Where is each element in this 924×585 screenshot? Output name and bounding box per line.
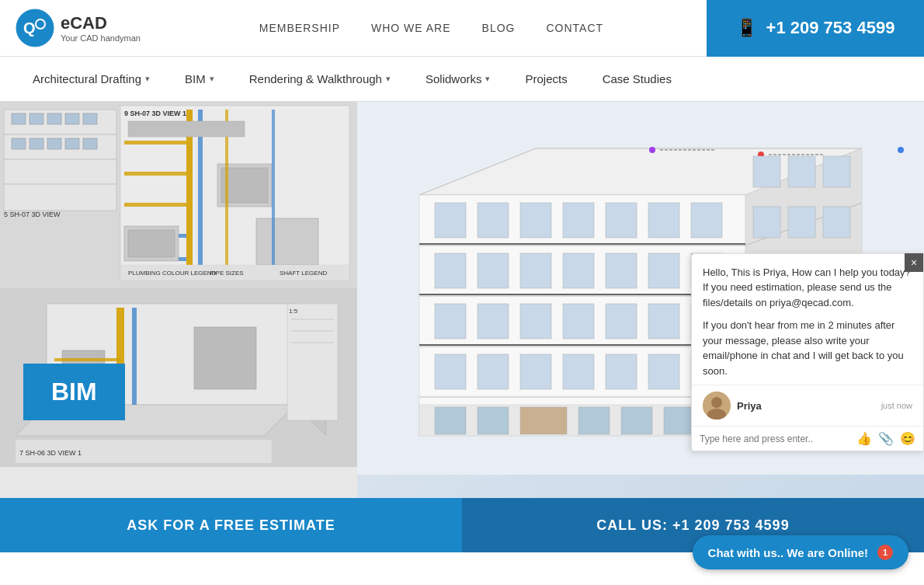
bim-drawing-top: PLUMBING COLOUR LEGEND PIPE SIZES SHAFT … [0, 102, 357, 288]
chevron-down-icon: ▾ [386, 74, 391, 84]
svg-text:1:5: 1:5 [289, 308, 298, 315]
chat-with-us-label: Chat with us.. We are Online! [708, 546, 868, 553]
svg-rect-21 [124, 141, 186, 145]
svg-rect-85 [520, 304, 551, 339]
svg-rect-93 [563, 354, 594, 389]
svg-rect-76 [435, 253, 466, 288]
svg-rect-75 [691, 203, 722, 238]
svg-rect-102 [621, 407, 652, 434]
svg-rect-80 [606, 253, 637, 288]
svg-text:PIPE SIZES: PIPE SIZES [210, 270, 244, 277]
sub-nav-architectural-drafting[interactable]: Architectural Drafting ▾ [16, 57, 168, 102]
svg-rect-17 [83, 138, 97, 149]
main-content: PLUMBING COLOUR LEGEND PIPE SIZES SHAFT … [0, 102, 924, 498]
svg-rect-72 [563, 203, 594, 238]
chat-user-row: Priya just now [692, 385, 923, 426]
svg-rect-15 [47, 138, 61, 149]
nav-blog[interactable]: BLOG [482, 22, 516, 34]
svg-rect-91 [478, 354, 509, 389]
chat-icons: 👍 📎 😊 [856, 431, 915, 446]
chat-close-button[interactable]: × [905, 253, 923, 272]
svg-rect-84 [478, 304, 509, 339]
header-phone[interactable]: 📱 +1 209 753 4599 [707, 0, 924, 57]
emoji-icon[interactable]: 😊 [900, 431, 915, 446]
svg-rect-73 [606, 203, 637, 238]
svg-rect-13 [12, 138, 26, 149]
svg-rect-117 [753, 207, 780, 238]
svg-rect-4 [4, 110, 116, 211]
svg-rect-94 [606, 354, 637, 389]
svg-text:9  SH-07 3D VIEW 1: 9 SH-07 3D VIEW 1 [124, 110, 186, 117]
sub-nav-solidworks[interactable]: Solidworks ▾ [408, 57, 509, 102]
svg-rect-27 [128, 230, 175, 257]
svg-rect-95 [648, 354, 679, 389]
svg-rect-99 [478, 407, 509, 434]
svg-rect-92 [520, 354, 551, 389]
svg-rect-114 [753, 156, 780, 187]
chat-time: just now [881, 401, 912, 410]
svg-rect-70 [478, 203, 509, 238]
chevron-down-icon: ▾ [485, 74, 490, 84]
svg-rect-14 [30, 138, 43, 149]
notification-badge: 1 [877, 545, 893, 552]
svg-text:SHAFT LEGEND: SHAFT LEGEND [280, 270, 327, 277]
chat-user-info: Priya [737, 400, 875, 412]
svg-rect-22 [124, 172, 186, 176]
svg-rect-78 [520, 253, 551, 288]
right-panel: × Hello, This is Priya, How can I help y… [357, 102, 924, 498]
chevron-down-icon: ▾ [145, 74, 150, 84]
nav-membership[interactable]: MEMBERSHIP [259, 22, 340, 34]
logo-icon: Q [16, 9, 54, 47]
attachment-icon[interactable]: 📎 [878, 431, 894, 446]
logo-title: eCAD [61, 13, 141, 33]
svg-rect-23 [124, 203, 186, 207]
svg-rect-12 [83, 113, 97, 124]
left-panel: PLUMBING COLOUR LEGEND PIPE SIZES SHAFT … [0, 102, 357, 498]
svg-rect-98 [435, 407, 466, 434]
header: Q eCAD Your CAD handyman MEMBERSHIP WHO … [0, 0, 924, 57]
svg-rect-33 [128, 121, 245, 137]
svg-rect-9 [30, 113, 43, 124]
svg-rect-74 [648, 203, 679, 238]
svg-rect-86 [563, 304, 594, 339]
svg-rect-10 [47, 113, 61, 124]
sub-nav-rendering[interactable]: Rendering & Walkthrough ▾ [232, 57, 408, 102]
svg-rect-100 [520, 407, 567, 434]
svg-point-110 [898, 147, 904, 153]
svg-rect-8 [12, 113, 26, 124]
chat-input-row: 👍 📎 😊 [692, 426, 923, 451]
svg-rect-115 [788, 156, 815, 187]
svg-rect-81 [648, 253, 679, 288]
chat-widget: × Hello, This is Priya, How can I help y… [691, 253, 924, 452]
svg-rect-103 [664, 407, 695, 434]
svg-rect-77 [478, 253, 509, 288]
svg-rect-48 [54, 358, 120, 361]
thumbs-up-icon[interactable]: 👍 [856, 431, 872, 446]
sub-nav-case-studies[interactable]: Case Studies [585, 57, 690, 102]
svg-rect-30 [256, 218, 318, 265]
svg-text:Q: Q [23, 19, 36, 37]
logo-area: Q eCAD Your CAD handyman [0, 9, 156, 47]
nav-who-we-are[interactable]: WHO WE ARE [371, 22, 451, 34]
svg-rect-88 [648, 304, 679, 339]
svg-rect-83 [435, 304, 466, 339]
sub-nav: Architectural Drafting ▾ BIM ▾ Rendering… [0, 57, 924, 102]
chat-input[interactable] [700, 434, 850, 444]
svg-rect-101 [578, 407, 610, 434]
svg-point-109 [649, 147, 655, 153]
chevron-down-icon: ▾ [210, 74, 214, 84]
cta-free-estimate-button[interactable]: ASK FOR A FREE ESTIMATE [0, 498, 462, 552]
chat-message-1: Hello, This is Priya, How can I help you… [703, 265, 912, 311]
sub-nav-bim[interactable]: BIM ▾ [168, 57, 232, 102]
sub-nav-projects[interactable]: Projects [508, 57, 585, 102]
svg-rect-118 [788, 207, 815, 238]
svg-rect-116 [823, 156, 850, 187]
nav-contact[interactable]: CONTACT [546, 22, 603, 34]
agent-avatar [703, 392, 731, 420]
svg-text:7  SH-06 3D VIEW 1: 7 SH-06 3D VIEW 1 [19, 449, 82, 457]
logo-subtitle: Your CAD handyman [61, 33, 141, 43]
chat-with-us-button[interactable]: Chat with us.. We are Online! 1 [693, 535, 908, 552]
svg-rect-119 [823, 207, 850, 238]
svg-rect-47 [194, 327, 256, 389]
chat-message-2: If you don't hear from me in 2 minutes a… [703, 318, 912, 378]
